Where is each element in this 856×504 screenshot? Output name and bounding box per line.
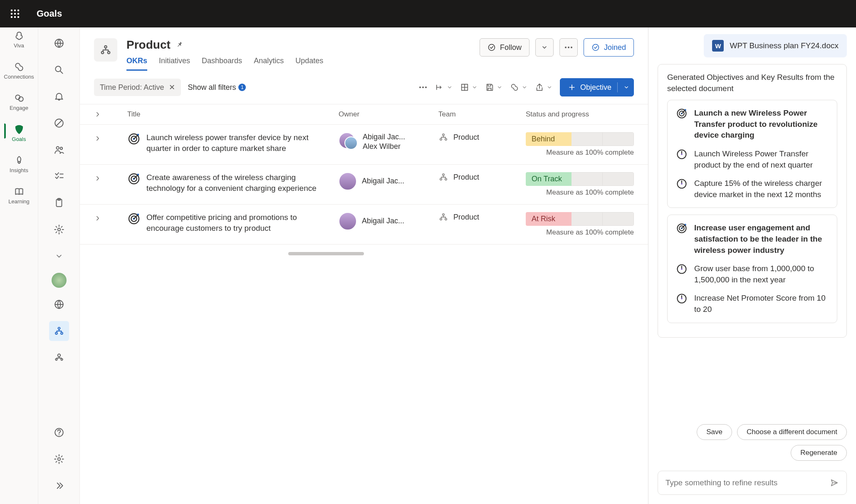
svg-point-23 [60,147,62,149]
owner-cell[interactable]: Abigail Jac... [339,212,438,230]
nav-clipboard-icon[interactable] [49,193,69,213]
toolbar-link-icon[interactable] [510,83,527,92]
rail-item-viva[interactable]: Viva [4,27,34,51]
app-launcher-icon[interactable] [5,4,25,24]
svg-point-29 [55,358,57,360]
nav-expand-icon[interactable] [49,476,69,496]
status-cell[interactable]: At Risk Measure as 100% complete [526,212,634,237]
expand-row-icon[interactable] [94,212,127,222]
team-cell[interactable]: Product [438,132,526,142]
owner-cell[interactable]: Abigail Jac... [339,172,438,190]
nav-org-icon[interactable] [49,321,69,341]
follow-dropdown[interactable] [535,38,554,57]
toolbar-save-icon[interactable] [485,83,502,92]
send-icon[interactable] [830,478,839,487]
nav-bell-icon[interactable] [49,86,69,106]
copilot-input[interactable] [658,471,847,495]
toolbar-more-icon[interactable] [418,86,428,89]
tab-okrs[interactable]: OKRs [126,57,147,71]
svg-point-15 [15,17,16,18]
avatar-icon [339,172,357,190]
toolbar-align-icon[interactable] [435,83,453,92]
expand-all-icon[interactable] [94,111,127,118]
table-header: Title Owner Team Status and progress [80,104,648,125]
generated-card[interactable]: Launch a new Wireless Power Transfer pro… [667,100,837,208]
horizontal-scrollbar[interactable] [94,252,634,255]
table-row[interactable]: Offer competitive pricing and promotions… [80,205,648,245]
nav-chevron-down-icon[interactable] [49,246,69,266]
expand-row-icon[interactable] [94,132,127,142]
rail-item-insights[interactable]: Insights [4,152,34,176]
tab-analytics[interactable]: Analytics [254,57,284,71]
nav-block-icon[interactable] [49,113,69,133]
owner-names: Abigail Jac... [362,216,404,226]
team-name: Product [453,173,479,182]
app-rail: Viva Connections Engage Goals Insights L… [0,0,38,504]
nav-globe-icon[interactable] [49,33,69,53]
svg-point-35 [565,47,567,48]
svg-point-14 [11,17,12,18]
tab-dashboards[interactable]: Dashboards [202,57,242,71]
owner-cell[interactable]: Abigail Jac...Alex Wilber [339,132,438,152]
owner-names: Abigail Jac...Alex Wilber [363,132,405,152]
key-result-icon [676,178,688,190]
rail-label: Goals [12,136,26,142]
toolbar-share-icon[interactable] [535,83,552,92]
col-title[interactable]: Title [127,110,339,119]
status-subtext: Measure as 100% complete [526,148,634,157]
new-objective-button[interactable]: Objective [560,78,634,96]
rail-item-engage[interactable]: Engage [4,90,34,114]
team-cell[interactable]: Product [438,172,526,182]
nav-person-icon[interactable] [49,348,69,368]
document-chip[interactable]: W WPT Business plan FY24.docx [704,34,847,57]
copilot-text-input[interactable] [666,478,830,487]
nav-help-icon[interactable] [49,422,69,442]
follow-label: Follow [500,43,522,52]
more-button[interactable] [559,38,578,57]
save-button[interactable]: Save [697,424,732,440]
col-status[interactable]: Status and progress [526,110,634,119]
col-owner[interactable]: Owner [339,110,438,119]
nav-settings-icon[interactable] [49,220,69,240]
objective-icon [676,108,688,120]
svg-point-13 [18,13,19,15]
svg-point-36 [568,47,569,48]
status-cell[interactable]: On Track Measure as 100% complete [526,172,634,197]
nav-search-icon[interactable] [49,60,69,80]
joined-button[interactable]: Joined [584,38,634,57]
table-row[interactable]: Create awareness of the wireless chargin… [80,165,648,205]
toolbar-grid-icon[interactable] [460,83,477,92]
table-row[interactable]: Launch wireless power transfer device by… [80,125,648,165]
nav-checklist-icon[interactable] [49,166,69,186]
objective-title: Launch wireless power transfer device by… [146,132,326,153]
close-icon[interactable]: ✕ [169,83,175,92]
choose-document-button[interactable]: Choose a different document [737,424,847,440]
follow-button[interactable]: Follow [480,38,529,57]
team-icon [438,172,448,182]
team-cell[interactable]: Product [438,212,526,222]
rail-item-goals[interactable]: Goals [4,121,34,145]
regenerate-button[interactable]: Regenerate [791,445,847,461]
objective-icon [676,222,688,235]
nav-globe2-icon[interactable] [49,294,69,314]
insights-icon [13,155,25,166]
generated-kr: Capture 15% of the wireless charger devi… [694,178,829,200]
filter-chip-label: Time Period: Active [100,83,164,92]
tab-updates[interactable]: Updates [295,57,323,71]
rail-item-connections[interactable]: Connections [4,59,34,82]
rail-label: Insights [10,167,28,173]
col-team[interactable]: Team [438,110,526,119]
filter-chip-time-period[interactable]: Time Period: Active ✕ [94,79,181,96]
show-all-filters[interactable]: Show all filters 1 [188,83,246,92]
pin-icon[interactable] [176,41,184,49]
tab-initiatives[interactable]: Initiatives [159,57,190,71]
generated-card[interactable]: Increase user engagement and satisfactio… [667,215,837,323]
svg-point-39 [419,86,421,88]
nav-avatar[interactable] [52,273,67,288]
nav-gear-icon[interactable] [49,449,69,469]
team-icon [94,38,117,62]
expand-row-icon[interactable] [94,172,127,182]
nav-people-icon[interactable] [49,140,69,160]
status-cell[interactable]: Behind Measure as 100% complete [526,132,634,157]
rail-item-learning[interactable]: Learning [4,183,34,207]
